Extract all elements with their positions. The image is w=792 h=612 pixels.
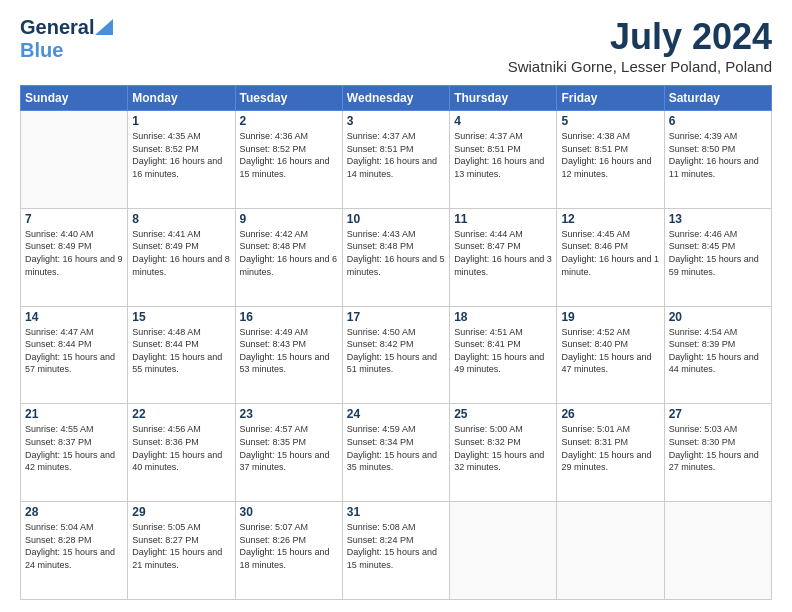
day-info: Sunrise: 4:43 AM Sunset: 8:48 PM Dayligh… [347,228,445,278]
calendar-cell: 6Sunrise: 4:39 AM Sunset: 8:50 PM Daylig… [664,111,771,209]
day-number: 29 [132,505,230,519]
calendar-cell: 29Sunrise: 5:05 AM Sunset: 8:27 PM Dayli… [128,502,235,600]
calendar-cell: 17Sunrise: 4:50 AM Sunset: 8:42 PM Dayli… [342,306,449,404]
calendar-day-header: Thursday [450,86,557,111]
logo-line2: Blue [20,39,63,62]
page: General Blue July 2024 Swiatniki Gorne, … [0,0,792,612]
calendar-day-header: Sunday [21,86,128,111]
calendar-cell: 8Sunrise: 4:41 AM Sunset: 8:49 PM Daylig… [128,208,235,306]
day-number: 14 [25,310,123,324]
day-number: 16 [240,310,338,324]
day-info: Sunrise: 4:48 AM Sunset: 8:44 PM Dayligh… [132,326,230,376]
day-number: 2 [240,114,338,128]
day-number: 10 [347,212,445,226]
day-number: 8 [132,212,230,226]
day-number: 13 [669,212,767,226]
calendar-cell: 25Sunrise: 5:00 AM Sunset: 8:32 PM Dayli… [450,404,557,502]
svg-marker-0 [95,19,113,35]
day-number: 6 [669,114,767,128]
calendar-day-header: Wednesday [342,86,449,111]
day-number: 25 [454,407,552,421]
calendar-cell: 24Sunrise: 4:59 AM Sunset: 8:34 PM Dayli… [342,404,449,502]
day-number: 19 [561,310,659,324]
calendar-cell: 4Sunrise: 4:37 AM Sunset: 8:51 PM Daylig… [450,111,557,209]
day-info: Sunrise: 4:40 AM Sunset: 8:49 PM Dayligh… [25,228,123,278]
day-info: Sunrise: 5:03 AM Sunset: 8:30 PM Dayligh… [669,423,767,473]
calendar-week-row: 21Sunrise: 4:55 AM Sunset: 8:37 PM Dayli… [21,404,772,502]
day-number: 5 [561,114,659,128]
day-number: 4 [454,114,552,128]
day-info: Sunrise: 5:01 AM Sunset: 8:31 PM Dayligh… [561,423,659,473]
day-info: Sunrise: 4:57 AM Sunset: 8:35 PM Dayligh… [240,423,338,473]
day-info: Sunrise: 4:41 AM Sunset: 8:49 PM Dayligh… [132,228,230,278]
day-info: Sunrise: 4:37 AM Sunset: 8:51 PM Dayligh… [454,130,552,180]
calendar-cell: 23Sunrise: 4:57 AM Sunset: 8:35 PM Dayli… [235,404,342,502]
day-info: Sunrise: 4:49 AM Sunset: 8:43 PM Dayligh… [240,326,338,376]
day-info: Sunrise: 4:52 AM Sunset: 8:40 PM Dayligh… [561,326,659,376]
day-info: Sunrise: 4:39 AM Sunset: 8:50 PM Dayligh… [669,130,767,180]
title-area: July 2024 Swiatniki Gorne, Lesser Poland… [508,16,772,75]
day-info: Sunrise: 5:07 AM Sunset: 8:26 PM Dayligh… [240,521,338,571]
day-info: Sunrise: 4:50 AM Sunset: 8:42 PM Dayligh… [347,326,445,376]
day-number: 26 [561,407,659,421]
calendar-week-row: 1Sunrise: 4:35 AM Sunset: 8:52 PM Daylig… [21,111,772,209]
calendar-cell: 12Sunrise: 4:45 AM Sunset: 8:46 PM Dayli… [557,208,664,306]
calendar-cell: 5Sunrise: 4:38 AM Sunset: 8:51 PM Daylig… [557,111,664,209]
calendar-cell: 16Sunrise: 4:49 AM Sunset: 8:43 PM Dayli… [235,306,342,404]
logo-icon [95,19,113,35]
day-info: Sunrise: 4:42 AM Sunset: 8:48 PM Dayligh… [240,228,338,278]
day-info: Sunrise: 4:54 AM Sunset: 8:39 PM Dayligh… [669,326,767,376]
calendar-cell [557,502,664,600]
day-info: Sunrise: 4:44 AM Sunset: 8:47 PM Dayligh… [454,228,552,278]
calendar-cell: 13Sunrise: 4:46 AM Sunset: 8:45 PM Dayli… [664,208,771,306]
calendar-table: SundayMondayTuesdayWednesdayThursdayFrid… [20,85,772,600]
calendar-cell: 22Sunrise: 4:56 AM Sunset: 8:36 PM Dayli… [128,404,235,502]
day-number: 12 [561,212,659,226]
calendar-cell: 3Sunrise: 4:37 AM Sunset: 8:51 PM Daylig… [342,111,449,209]
calendar-cell: 2Sunrise: 4:36 AM Sunset: 8:52 PM Daylig… [235,111,342,209]
day-number: 3 [347,114,445,128]
day-info: Sunrise: 4:36 AM Sunset: 8:52 PM Dayligh… [240,130,338,180]
day-number: 17 [347,310,445,324]
calendar-week-row: 7Sunrise: 4:40 AM Sunset: 8:49 PM Daylig… [21,208,772,306]
day-number: 31 [347,505,445,519]
day-number: 7 [25,212,123,226]
day-number: 9 [240,212,338,226]
calendar-cell [21,111,128,209]
calendar-day-header: Monday [128,86,235,111]
calendar-cell: 10Sunrise: 4:43 AM Sunset: 8:48 PM Dayli… [342,208,449,306]
calendar-week-row: 14Sunrise: 4:47 AM Sunset: 8:44 PM Dayli… [21,306,772,404]
day-number: 11 [454,212,552,226]
calendar-cell: 20Sunrise: 4:54 AM Sunset: 8:39 PM Dayli… [664,306,771,404]
day-info: Sunrise: 4:38 AM Sunset: 8:51 PM Dayligh… [561,130,659,180]
logo-line1: General [20,16,113,39]
day-info: Sunrise: 4:51 AM Sunset: 8:41 PM Dayligh… [454,326,552,376]
main-title: July 2024 [508,16,772,58]
calendar-cell: 19Sunrise: 4:52 AM Sunset: 8:40 PM Dayli… [557,306,664,404]
day-number: 22 [132,407,230,421]
calendar-day-header: Saturday [664,86,771,111]
day-info: Sunrise: 4:45 AM Sunset: 8:46 PM Dayligh… [561,228,659,278]
calendar-header-row: SundayMondayTuesdayWednesdayThursdayFrid… [21,86,772,111]
day-number: 21 [25,407,123,421]
calendar-week-row: 28Sunrise: 5:04 AM Sunset: 8:28 PM Dayli… [21,502,772,600]
calendar-cell: 1Sunrise: 4:35 AM Sunset: 8:52 PM Daylig… [128,111,235,209]
calendar-cell: 9Sunrise: 4:42 AM Sunset: 8:48 PM Daylig… [235,208,342,306]
day-info: Sunrise: 5:00 AM Sunset: 8:32 PM Dayligh… [454,423,552,473]
day-number: 28 [25,505,123,519]
day-info: Sunrise: 4:55 AM Sunset: 8:37 PM Dayligh… [25,423,123,473]
calendar-cell: 7Sunrise: 4:40 AM Sunset: 8:49 PM Daylig… [21,208,128,306]
day-number: 15 [132,310,230,324]
calendar-cell: 27Sunrise: 5:03 AM Sunset: 8:30 PM Dayli… [664,404,771,502]
day-number: 1 [132,114,230,128]
calendar-day-header: Tuesday [235,86,342,111]
day-number: 27 [669,407,767,421]
calendar-cell: 30Sunrise: 5:07 AM Sunset: 8:26 PM Dayli… [235,502,342,600]
day-info: Sunrise: 4:35 AM Sunset: 8:52 PM Dayligh… [132,130,230,180]
logo-general: General [20,16,94,39]
logo-blue: Blue [20,39,63,61]
calendar-cell: 21Sunrise: 4:55 AM Sunset: 8:37 PM Dayli… [21,404,128,502]
calendar-cell: 15Sunrise: 4:48 AM Sunset: 8:44 PM Dayli… [128,306,235,404]
calendar-cell: 14Sunrise: 4:47 AM Sunset: 8:44 PM Dayli… [21,306,128,404]
day-number: 20 [669,310,767,324]
